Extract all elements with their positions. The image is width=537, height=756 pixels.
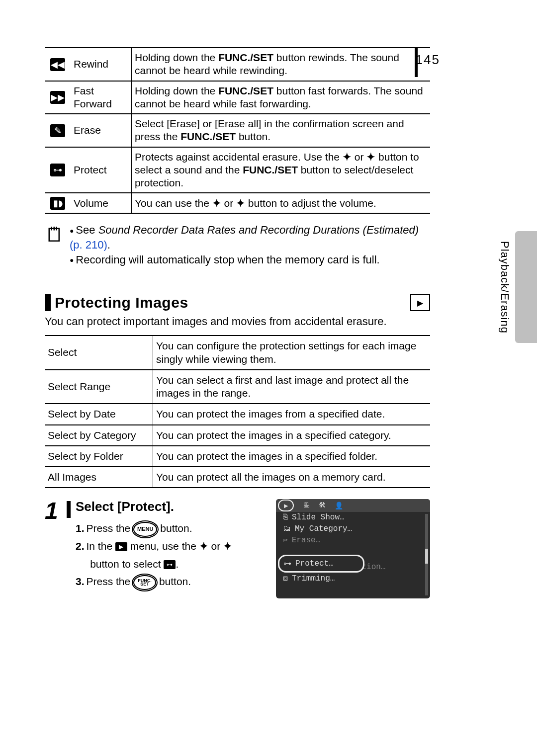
- table-row: Select Range You can select a first and …: [45, 370, 430, 404]
- table-row: ▶▶ Fast Forward Holding down the FUNC./S…: [45, 81, 430, 114]
- section-title: Protecting Images: [55, 294, 410, 311]
- up-arrow-icon: ✦: [199, 540, 208, 552]
- func-name: Fast Forward: [71, 81, 132, 114]
- menu-item-highlight: ⊶ Protect…: [278, 555, 364, 573]
- func-set-button-icon: FUNC.SET: [133, 575, 156, 590]
- rewind-icon: ◀◀: [50, 58, 65, 71]
- func-name: Erase: [71, 114, 132, 147]
- table-row: Select by Folder You can protect the ima…: [45, 446, 430, 467]
- protect-options-table: Select You can configure the protection …: [45, 335, 430, 488]
- down-arrow-icon: ✦: [223, 540, 232, 552]
- option-label: Select by Category: [45, 425, 153, 446]
- menu-item: 🗂 My Category…: [276, 523, 430, 534]
- func-desc: Protects against accidental erasure. Use…: [132, 147, 431, 193]
- option-label: Select: [45, 336, 153, 370]
- note-icon: 🗒: [45, 223, 70, 267]
- table-row: ◀◀ Rewind Holding down the FUNC./SET but…: [45, 48, 430, 81]
- option-desc: You can select a first and last image an…: [153, 370, 431, 404]
- table-row: Select You can configure the protection …: [45, 336, 430, 370]
- page-number: 145: [416, 52, 440, 68]
- option-label: All Images: [45, 467, 153, 488]
- table-row: ✎ Erase Select [Erase] or [Erase all] in…: [45, 114, 430, 147]
- mycamera-tab-icon: 👤: [335, 502, 343, 510]
- manual-page: 145 Playback/Erasing ◀◀ Rewind Holding d…: [0, 47, 537, 756]
- playback-function-table: ◀◀ Rewind Holding down the FUNC./SET but…: [45, 47, 430, 214]
- option-desc: You can protect the images from a specif…: [153, 404, 431, 424]
- erase-icon: ✎: [50, 124, 65, 137]
- protect-icon: ⊶: [50, 164, 65, 176]
- step-block: 1 Select [Protect]. 1.Press the MENU but…: [45, 499, 430, 598]
- option-desc: You can configure the protection setting…: [153, 336, 431, 370]
- section-intro: You can protect important images and mov…: [45, 315, 492, 328]
- section-tab: [515, 231, 537, 343]
- heading-bar: [45, 294, 51, 311]
- scrollbar: [425, 514, 428, 595]
- func-desc: You can use the ✦ or ✦ button to adjust …: [132, 193, 431, 213]
- menu-item: ✂ Erase…: [276, 534, 430, 546]
- func-name: Rewind: [71, 48, 132, 81]
- option-label: Select Range: [45, 370, 153, 404]
- up-arrow-icon: ✦: [212, 197, 221, 209]
- option-desc: You can protect all the images on a memo…: [153, 467, 431, 488]
- up-arrow-icon: ✦: [343, 151, 352, 163]
- camera-screenshot: ▶ 🖶 🛠 👤 ⎘ Slide Show… 🗂 My Category… ✂ E…: [276, 499, 430, 598]
- menu-item: ⎘ Slide Show…: [276, 512, 430, 523]
- note-block: 🗒 See Sound Recorder Data Rates and Reco…: [45, 223, 430, 267]
- playback-mode-icon: ▶: [410, 294, 430, 311]
- step-number: 1: [45, 499, 67, 598]
- playback-tab-icon: ▶: [278, 500, 294, 511]
- option-label: Select by Folder: [45, 446, 153, 467]
- volume-icon: ▮◗: [50, 197, 65, 210]
- setup-tab-icon: 🛠: [319, 502, 326, 509]
- protect-key-icon: ⊶: [164, 560, 176, 569]
- option-desc: You can protect the images in a specifie…: [153, 446, 431, 467]
- func-desc: Holding down the FUNC./SET button rewind…: [132, 48, 431, 81]
- table-row: ⊶ Protect Protects against accidental er…: [45, 147, 430, 193]
- print-tab-icon: 🖶: [303, 502, 310, 509]
- step-title: Select [Protect].: [76, 499, 271, 514]
- step-bar: [67, 501, 71, 518]
- table-row: Select by Category You can protect the i…: [45, 425, 430, 446]
- section-heading: Protecting Images ▶: [45, 294, 430, 311]
- section-tab-label: Playback/Erasing: [498, 241, 511, 334]
- page-reference-link[interactable]: (p. 210): [70, 239, 107, 251]
- table-row: All Images You can protect all the image…: [45, 467, 430, 488]
- option-label: Select by Date: [45, 404, 153, 424]
- table-row: Select by Date You can protect the image…: [45, 404, 430, 424]
- fast-forward-icon: ▶▶: [50, 91, 65, 104]
- down-arrow-icon: ✦: [366, 151, 375, 163]
- down-arrow-icon: ✦: [236, 197, 245, 209]
- step-instructions: 1.Press the MENU button. 2.In the ▶ menu…: [76, 519, 271, 590]
- note-line: Recording will automatically stop when t…: [70, 252, 430, 267]
- note-line: See Sound Recorder Data Rates and Record…: [70, 223, 430, 252]
- func-name: Volume: [71, 193, 132, 213]
- playback-menu-icon: ▶: [115, 542, 127, 551]
- menu-button-icon: MENU: [133, 522, 157, 537]
- menu-item: ⧈ Trimming…: [276, 573, 430, 584]
- func-desc: Holding down the FUNC./SET button fast f…: [132, 81, 431, 114]
- func-desc: Select [Erase] or [Erase all] in the con…: [132, 114, 431, 147]
- func-name: Protect: [71, 147, 132, 193]
- option-desc: You can protect the images in a specifie…: [153, 425, 431, 446]
- menu-tab-bar: ▶ 🖶 🛠 👤: [276, 499, 430, 512]
- table-row: ▮◗ Volume You can use the ✦ or ✦ button …: [45, 193, 430, 213]
